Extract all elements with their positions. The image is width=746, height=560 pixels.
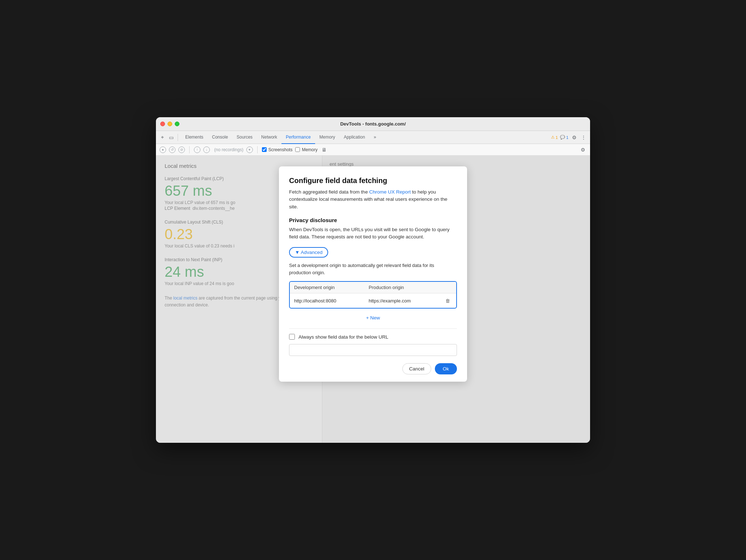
cancel-button[interactable]: Cancel	[402, 363, 431, 374]
tab-sources[interactable]: Sources	[232, 131, 257, 144]
warnings-count: 1	[556, 135, 558, 140]
table-row: http://localhost:8080 https://example.co…	[290, 293, 456, 308]
titlebar: DevTools - fonts.google.com/	[156, 117, 590, 131]
sec-toolbar-right: ⚙	[579, 146, 586, 153]
maximize-button[interactable]	[175, 122, 179, 126]
modal-desc-prefix: Fetch aggregated field data from the	[289, 189, 368, 195]
toolbar-right: ⚠ 1 💬 1 ⚙ ⋮	[551, 134, 587, 141]
secondary-toolbar: ● ↺ ⊘ ↑ ↓ (no recordings) ▾ Screenshots …	[156, 144, 590, 156]
always-show-label: Always show field data for the below URL	[298, 334, 388, 340]
record-icon[interactable]: ●	[160, 147, 166, 153]
tab-application[interactable]: Application	[339, 131, 369, 144]
col-prod-origin-header: Production origin	[364, 282, 439, 293]
warnings-badge[interactable]: ⚠ 1	[551, 135, 558, 140]
devtools-window: DevTools - fonts.google.com/ ⌖ ▭ Element…	[156, 117, 590, 443]
tab-elements[interactable]: Elements	[181, 131, 208, 144]
recording-label: (no recordings)	[214, 147, 243, 152]
url-input[interactable]	[289, 344, 457, 356]
privacy-desc: When DevTools is open, the URLs you visi…	[289, 226, 457, 241]
divider	[289, 328, 457, 329]
modal: Configure field data fetching Fetch aggr…	[279, 166, 467, 382]
download-icon[interactable]: ↓	[203, 147, 210, 153]
warning-icon: ⚠	[551, 135, 555, 140]
memory-checkbox-label[interactable]: Memory	[295, 147, 317, 152]
separator	[178, 134, 178, 141]
tab-console[interactable]: Console	[208, 131, 232, 144]
modal-footer: Cancel Ok	[289, 362, 457, 374]
settings-icon[interactable]: ⚙	[571, 134, 578, 141]
origin-table-container: Development origin Production origin htt…	[289, 281, 457, 309]
memory-checkbox[interactable]	[295, 147, 300, 152]
add-new-label: + New	[366, 315, 380, 321]
origin-table: Development origin Production origin htt…	[290, 282, 456, 308]
advanced-toggle[interactable]: ▼ Advanced	[289, 247, 328, 258]
dropdown-icon[interactable]: ▾	[246, 147, 253, 153]
modal-title: Configure field data fetching	[289, 177, 457, 185]
separator3	[257, 146, 258, 153]
modal-description: Fetch aggregated field data from the Chr…	[289, 188, 457, 211]
tab-more[interactable]: »	[369, 131, 381, 144]
traffic-lights	[160, 122, 179, 126]
memory-label: Memory	[302, 147, 317, 152]
info-count: 1	[566, 135, 568, 140]
modal-overlay: Configure field data fetching Fetch aggr…	[156, 156, 590, 443]
window-title: DevTools - fonts.google.com/	[340, 121, 406, 127]
clear-icon[interactable]: ⊘	[178, 147, 185, 153]
settings-secondary-icon[interactable]: ⚙	[579, 146, 586, 153]
col-dev-origin-header: Development origin	[290, 282, 364, 293]
table-header-row: Development origin Production origin	[290, 282, 456, 293]
advanced-label: ▼ Advanced	[295, 250, 322, 255]
tab-network[interactable]: Network	[257, 131, 281, 144]
device-icon[interactable]: ▭	[168, 134, 175, 141]
always-show-checkbox[interactable]	[289, 334, 295, 340]
delete-row-button[interactable]: 🗑	[443, 296, 452, 305]
close-button[interactable]	[160, 122, 165, 126]
separator2	[189, 146, 190, 153]
dev-origin-cell: http://localhost:8080	[290, 293, 364, 308]
ok-button[interactable]: Ok	[435, 363, 457, 374]
minimize-button[interactable]	[168, 122, 172, 126]
devtools-toolbar: ⌖ ▭ Elements Console Sources Network Per…	[156, 131, 590, 144]
delete-cell: 🗑	[439, 293, 456, 308]
chrome-ux-link[interactable]: Chrome UX Report	[369, 189, 411, 195]
main-area: Local metrics Largest Contentful Paint (…	[156, 156, 590, 443]
screenshots-checkbox-label[interactable]: Screenshots	[262, 147, 293, 152]
more-icon[interactable]: ⋮	[580, 134, 587, 141]
tab-memory[interactable]: Memory	[315, 131, 339, 144]
reload-icon[interactable]: ↺	[169, 147, 175, 153]
screenshots-checkbox[interactable]	[262, 147, 267, 152]
upload-icon[interactable]: ↑	[194, 147, 200, 153]
info-icon: 💬	[560, 135, 565, 140]
cursor-icon[interactable]: ⌖	[159, 134, 166, 141]
add-new-button[interactable]: + New	[289, 312, 457, 323]
screenshots-label: Screenshots	[268, 147, 293, 152]
tab-performance[interactable]: Performance	[281, 131, 315, 144]
memory-toolbar-icon[interactable]: 🖥	[321, 146, 328, 153]
info-badge[interactable]: 💬 1	[560, 135, 568, 140]
advanced-desc: Set a development origin to automaticall…	[289, 262, 457, 276]
privacy-title: Privacy disclosure	[289, 217, 457, 223]
nav-tabs: Elements Console Sources Network Perform…	[181, 131, 550, 144]
prod-origin-cell: https://example.com	[364, 293, 439, 308]
always-show-row: Always show field data for the below URL	[289, 334, 457, 340]
col-actions-header	[439, 282, 456, 293]
